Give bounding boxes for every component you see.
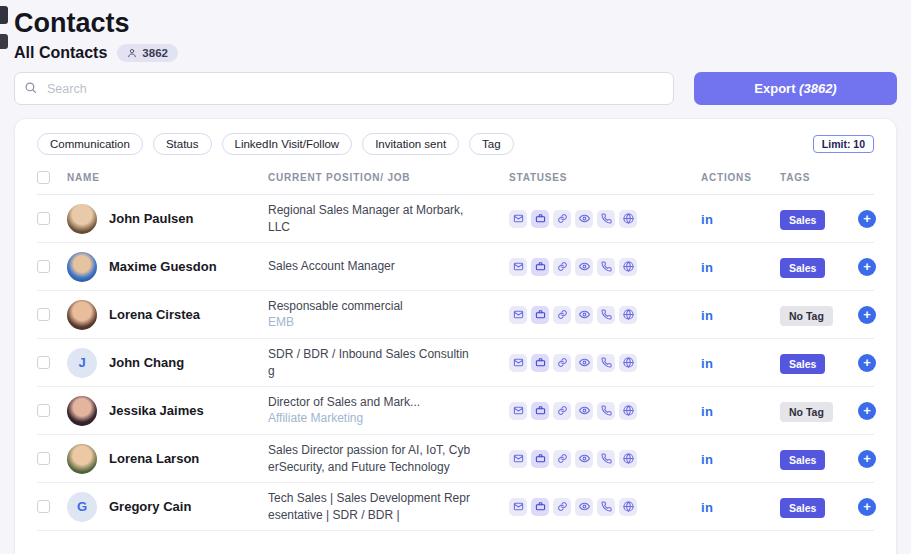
tag-pill[interactable]: Sales [780,498,825,518]
phone-icon[interactable] [597,306,615,324]
globe-icon[interactable] [619,354,637,372]
briefcase-icon[interactable] [531,402,549,420]
eye-icon[interactable] [575,450,593,468]
add-tag-button[interactable]: + [858,258,876,276]
add-tag-button[interactable]: + [858,306,876,324]
add-tag-button[interactable]: + [858,210,876,228]
table-row: J John Chang SDR / BDR / Inbound Sales C… [37,339,874,387]
row-checkbox[interactable] [37,308,50,321]
eye-icon[interactable] [575,354,593,372]
company-link[interactable]: EMB [268,314,473,331]
contact-name[interactable]: Gregory Cain [109,499,268,514]
link-icon[interactable] [553,258,571,276]
linkedin-icon[interactable]: in [701,308,713,323]
statuses-cell [509,306,701,324]
row-checkbox[interactable] [37,212,50,225]
select-all-checkbox[interactable] [37,171,50,184]
table-row: Jessika Jaimes Director of Sales and Mar… [37,387,874,435]
statuses-cell [509,210,701,228]
mail-icon[interactable] [509,210,527,228]
subheader: All Contacts 3862 [14,44,897,62]
row-checkbox[interactable] [37,356,50,369]
tag-pill[interactable]: No Tag [780,306,833,326]
globe-icon[interactable] [619,210,637,228]
filter-tag[interactable]: Tag [469,133,514,155]
edge-cut-icon-bottom[interactable] [0,34,8,49]
linkedin-icon[interactable]: in [701,356,713,371]
globe-icon[interactable] [619,258,637,276]
briefcase-icon[interactable] [531,354,549,372]
company-link[interactable]: Affiliate Marketing [268,410,473,427]
phone-icon[interactable] [597,498,615,516]
mail-icon[interactable] [509,450,527,468]
add-tag-button[interactable]: + [858,498,876,516]
row-checkbox[interactable] [37,260,50,273]
contact-name[interactable]: Lorena Larson [109,451,268,466]
filter-linkedin-visit-follow[interactable]: LinkedIn Visit/Follow [222,133,353,155]
link-icon[interactable] [553,354,571,372]
link-icon[interactable] [553,498,571,516]
eye-icon[interactable] [575,498,593,516]
link-icon[interactable] [553,402,571,420]
tag-pill[interactable]: Sales [780,354,825,374]
tag-pill[interactable]: Sales [780,258,825,278]
contact-name[interactable]: John Chang [109,355,268,370]
phone-icon[interactable] [597,450,615,468]
linkedin-icon[interactable]: in [701,452,713,467]
add-tag-button[interactable]: + [858,354,876,372]
limit-selector[interactable]: Limit: 10 [813,135,874,153]
tags-cell: Sales [780,498,850,516]
mail-icon[interactable] [509,498,527,516]
tag-pill[interactable]: Sales [780,210,825,230]
search-input[interactable] [14,72,674,105]
briefcase-icon[interactable] [531,306,549,324]
linkedin-icon[interactable]: in [701,404,713,419]
eye-icon[interactable] [575,402,593,420]
table-row: John Paulsen Regional Sales Manager at M… [37,195,874,243]
phone-icon[interactable] [597,354,615,372]
row-checkbox[interactable] [37,404,50,417]
eye-icon[interactable] [575,210,593,228]
phone-icon[interactable] [597,258,615,276]
phone-icon[interactable] [597,210,615,228]
briefcase-icon[interactable] [531,450,549,468]
mail-icon[interactable] [509,306,527,324]
phone-icon[interactable] [597,402,615,420]
contact-name[interactable]: Maxime Guesdon [109,259,268,274]
avatar [67,300,97,330]
contact-name[interactable]: Lorena Cirstea [109,307,268,322]
position-text: Regional Sales Manager at Morbark, LLC [268,202,473,234]
linkedin-icon[interactable]: in [701,260,713,275]
link-icon[interactable] [553,210,571,228]
contact-name[interactable]: Jessika Jaimes [109,403,268,418]
link-icon[interactable] [553,450,571,468]
mail-icon[interactable] [509,354,527,372]
filter-communication[interactable]: Communication [37,133,143,155]
row-checkbox[interactable] [37,500,50,513]
eye-icon[interactable] [575,306,593,324]
filter-status[interactable]: Status [153,133,212,155]
globe-icon[interactable] [619,306,637,324]
link-icon[interactable] [553,306,571,324]
globe-icon[interactable] [619,450,637,468]
edge-cut-icon-top[interactable] [0,6,8,24]
position-cell: SDR / BDR / Inbound Sales Consulting [268,346,509,378]
eye-icon[interactable] [575,258,593,276]
briefcase-icon[interactable] [531,210,549,228]
row-checkbox[interactable] [37,452,50,465]
briefcase-icon[interactable] [531,258,549,276]
linkedin-icon[interactable]: in [701,212,713,227]
add-tag-button[interactable]: + [858,450,876,468]
add-tag-button[interactable]: + [858,402,876,420]
export-button[interactable]: Export (3862) [694,72,897,105]
globe-icon[interactable] [619,402,637,420]
globe-icon[interactable] [619,498,637,516]
tag-pill[interactable]: Sales [780,450,825,470]
mail-icon[interactable] [509,258,527,276]
briefcase-icon[interactable] [531,498,549,516]
tag-pill[interactable]: No Tag [780,402,833,422]
filter-invitation-sent[interactable]: Invitation sent [362,133,459,155]
mail-icon[interactable] [509,402,527,420]
linkedin-icon[interactable]: in [701,500,713,515]
contact-name[interactable]: John Paulsen [109,211,268,226]
